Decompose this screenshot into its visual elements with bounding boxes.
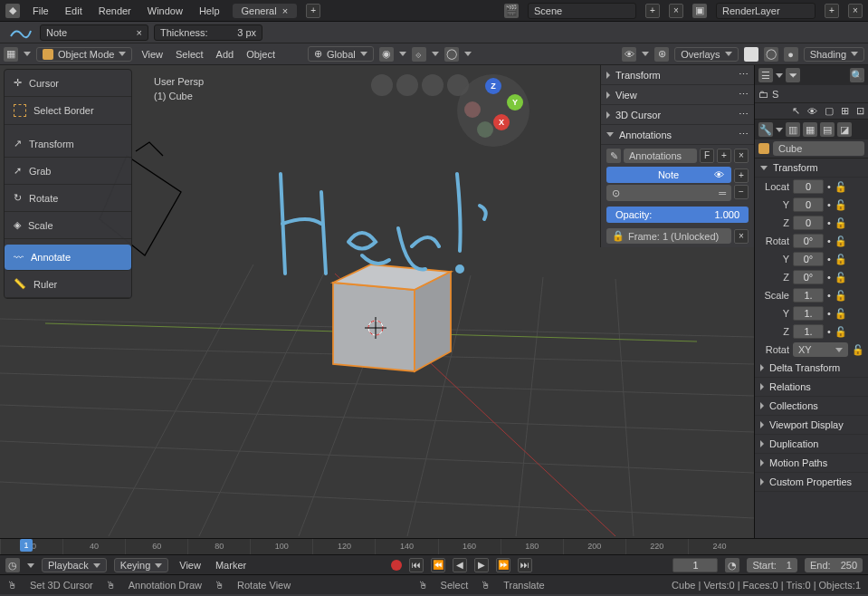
gizmo-toggle-icon[interactable]: ⊛	[654, 47, 669, 62]
delete-layer-button[interactable]: ×	[848, 4, 863, 18]
add-workspace-button[interactable]: +	[306, 4, 320, 18]
rot-y-field[interactable]	[793, 252, 824, 266]
menu-render[interactable]: Render	[95, 5, 135, 16]
layer-slot-empty[interactable]: ⊙═	[606, 185, 731, 201]
close-icon[interactable]: ×	[282, 5, 288, 16]
delete-scene-button[interactable]: ×	[669, 4, 683, 18]
fake-user-button[interactable]: F	[700, 149, 714, 163]
thickness-field[interactable]: Thickness:3 px	[154, 24, 262, 41]
tool-cursor[interactable]: ✛Cursor	[5, 70, 131, 97]
note-layer[interactable]: Note👁	[606, 167, 731, 183]
overlays-dropdown[interactable]: Overlays	[674, 47, 738, 62]
outliner-type-icon[interactable]: ☰	[758, 68, 773, 82]
jump-end-button[interactable]: ⏭	[518, 558, 532, 572]
rot-x-field[interactable]	[793, 234, 824, 248]
shading-wire-icon[interactable]: ◯	[764, 47, 778, 62]
tool-transform[interactable]: ↗Transform	[5, 130, 131, 158]
camera-view-icon[interactable]	[371, 74, 393, 96]
frame-lock-field[interactable]: 🔒Frame: 1 (Unlocked)	[606, 228, 731, 244]
lock-icon[interactable]: 🔓	[852, 344, 864, 356]
timeline-view[interactable]: View	[176, 560, 205, 571]
lock-icon[interactable]: 🔓	[835, 272, 847, 284]
orientation-dropdown[interactable]: ⊕Global	[308, 46, 374, 62]
layer-remove-button[interactable]: −	[734, 185, 749, 199]
properties-type-icon[interactable]: 🔧	[758, 122, 773, 137]
tool-select-border[interactable]: Select Border	[5, 97, 131, 125]
editor-type-icon[interactable]: ▦	[4, 47, 18, 62]
keying-dropdown[interactable]: Keying	[114, 558, 169, 572]
props-delta[interactable]: Delta Transform	[755, 359, 868, 378]
keyframe-prev-button[interactable]: ⏪	[431, 558, 445, 572]
annotation-layer-field[interactable]: Note×	[40, 24, 148, 41]
loc-y-field[interactable]	[793, 197, 824, 212]
timeline-cursor[interactable]: 1	[20, 539, 33, 552]
jump-start-button[interactable]: ⏮	[409, 558, 424, 572]
add-annotation-button[interactable]: +	[717, 149, 731, 163]
axis-neg[interactable]	[464, 101, 481, 118]
menu-help[interactable]: Help	[196, 5, 224, 16]
object-name-field[interactable]: Cube	[755, 139, 868, 159]
renderlayer-field[interactable]: RenderLayer	[716, 3, 816, 19]
search-icon[interactable]: 🔍	[850, 68, 864, 82]
axis-z[interactable]: Z	[485, 78, 501, 94]
prop-tab-1[interactable]: ▥	[786, 122, 800, 137]
menu-edit[interactable]: Edit	[62, 5, 86, 16]
tool-rotate[interactable]: ↻Rotate	[5, 185, 131, 212]
remove-annotation-button[interactable]: ×	[734, 149, 749, 163]
restrict-view-icon[interactable]: 👁	[807, 106, 817, 117]
panel-3d-cursor[interactable]: 3D Cursor⋯	[601, 105, 754, 125]
start-frame-field[interactable]: Start: 1	[747, 558, 796, 572]
prop-tab-4[interactable]: ◪	[837, 122, 852, 137]
shading-solid-icon[interactable]: ●	[784, 47, 798, 62]
restrict-hold-icon[interactable]: ⊡	[856, 105, 864, 117]
axis-x[interactable]: X	[493, 114, 510, 130]
timeline-ruler[interactable]: 1 2040 6080 100120 140160 180200 220240	[0, 539, 868, 555]
shading-dropdown[interactable]: Shading	[804, 47, 864, 62]
lock-icon[interactable]: 🔓	[835, 290, 847, 302]
autokey-button[interactable]	[391, 560, 402, 571]
tool-ruler[interactable]: 📏Ruler	[5, 271, 131, 298]
workspace-tab-general[interactable]: General×	[233, 4, 298, 18]
prop-tab-2[interactable]: ▦	[803, 122, 817, 137]
menu-window[interactable]: Window	[144, 5, 186, 16]
scale-y-field[interactable]	[793, 306, 824, 321]
lock-icon[interactable]: 🔓	[835, 181, 847, 193]
props-transform-header[interactable]: Transform	[755, 159, 868, 178]
header-view[interactable]: View	[138, 49, 167, 60]
view-icon-3[interactable]	[422, 74, 444, 96]
lock-icon[interactable]: 🔓	[835, 199, 847, 211]
end-frame-field[interactable]: End: 250	[805, 558, 863, 572]
filter-icon[interactable]: ⏷	[786, 68, 800, 82]
header-add[interactable]: Add	[213, 49, 238, 60]
rot-z-field[interactable]	[793, 270, 824, 284]
props-motion-paths[interactable]: Motion Paths	[755, 454, 868, 473]
xray-toggle[interactable]	[744, 47, 758, 62]
props-viewport-display[interactable]: Viewport Display	[755, 416, 868, 435]
pivot-icon[interactable]: ◉	[379, 47, 394, 62]
props-relations[interactable]: Relations	[755, 378, 868, 397]
prop-tab-3[interactable]: ▤	[820, 122, 835, 137]
timeline-marker[interactable]: Marker	[212, 560, 250, 571]
navigation-gizmo[interactable]: Z Y X	[457, 74, 529, 147]
scale-z-field[interactable]	[793, 324, 824, 339]
axis-y[interactable]: Y	[507, 94, 523, 111]
new-scene-button[interactable]: +	[645, 4, 660, 18]
props-duplication[interactable]: Duplication	[755, 435, 868, 454]
collections-vis-icon[interactable]: 👁	[622, 47, 636, 62]
header-object[interactable]: Object	[243, 49, 279, 60]
lock-icon[interactable]: 🔓	[835, 326, 847, 338]
annotations-field[interactable]: Annotations	[624, 149, 697, 163]
proportional-icon[interactable]: ◯	[444, 47, 459, 62]
mode-dropdown[interactable]: Object Mode	[36, 47, 132, 62]
panel-transform[interactable]: Transform⋯	[601, 65, 754, 85]
scale-x-field[interactable]	[793, 288, 824, 303]
layer-add-button[interactable]: +	[734, 168, 749, 183]
eye-icon[interactable]: 👁	[714, 169, 724, 180]
tool-scale[interactable]: ◈Scale	[5, 212, 131, 239]
lock-icon[interactable]: 🔓	[835, 236, 847, 247]
scene-field[interactable]: Scene	[528, 3, 636, 19]
props-collections[interactable]: Collections	[755, 397, 868, 416]
current-frame-field[interactable]	[672, 558, 718, 572]
tool-annotate[interactable]: 〰Annotate	[5, 245, 131, 271]
restrict-vp-icon[interactable]: ▢	[825, 105, 834, 117]
